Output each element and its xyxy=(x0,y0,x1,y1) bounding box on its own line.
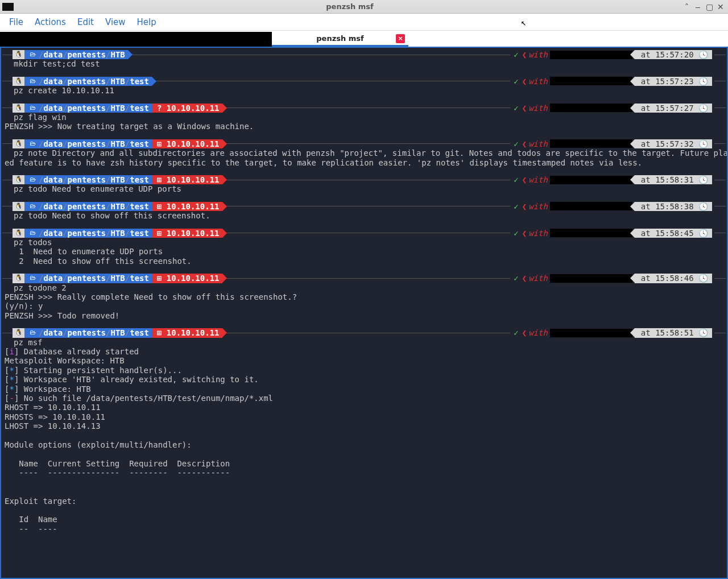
prompt-row: 🐧🗁/data/pentests/HTB/test✓❮withat 15:57:… xyxy=(2,77,726,86)
redacted-user xyxy=(550,139,632,148)
ip-segment: ⊞ 10.10.10.11 xyxy=(152,328,222,337)
path-segment: 🗁/data/pentests/HTB/test xyxy=(24,104,152,113)
with-label: with xyxy=(528,175,548,184)
command-line: pz todone 2 xyxy=(2,283,726,292)
os-segment: 🐧 xyxy=(13,229,24,238)
os-segment: 🐧 xyxy=(13,104,24,113)
command-line: mkdir test;cd test xyxy=(2,59,726,68)
output-line xyxy=(2,506,726,515)
output-line: 2 Need to show off this screenshot. xyxy=(2,257,726,266)
redacted-user xyxy=(550,77,632,85)
path-segment: 🗁/data/pentests/HTB/test xyxy=(24,77,152,86)
menu-edit[interactable]: Edit xyxy=(77,17,94,27)
redacted-user xyxy=(550,229,632,237)
os-segment: 🐧 xyxy=(13,328,24,337)
timestamp-segment: at 15:58:31 🕓 xyxy=(635,175,712,184)
caret-icon: ❮ xyxy=(522,274,527,283)
os-segment: 🐧 xyxy=(13,77,24,86)
output-line: LHOST => 10.10.14.13 xyxy=(2,421,726,431)
os-segment: 🐧 xyxy=(13,139,24,148)
path-segment: 🗁/data/pentests/HTB/test xyxy=(24,175,152,184)
status-check-icon: ✓ xyxy=(514,139,518,148)
caret-icon: ❮ xyxy=(522,202,527,211)
tab-label: penzsh msf xyxy=(316,34,363,43)
prompt-row: 🐧🗁/data/pentests/HTB/test⊞ 10.10.10.11✓❮… xyxy=(2,274,726,283)
with-label: with xyxy=(528,50,548,59)
with-label: with xyxy=(528,104,548,113)
path-segment: 🗁/data/pentests/HTB xyxy=(24,50,128,59)
prompt-row: 🐧🗁/data/pentests/HTB/test? 10.10.10.11✓❮… xyxy=(2,104,726,113)
command-line: pz note Directory and all subdirectories… xyxy=(2,148,726,158)
path-segment: 🗁/data/pentests/HTB/test xyxy=(24,202,152,211)
terminal-viewport[interactable]: 🐧🗁/data/pentests/HTB✓❮withat 15:57:20 🕓m… xyxy=(0,47,728,579)
path-segment: 🗁/data/pentests/HTB/test xyxy=(24,328,152,337)
status-check-icon: ✓ xyxy=(514,274,518,283)
tab-close-icon[interactable]: × xyxy=(396,34,405,43)
command-line: pz todo Need to enumerate UDP ports xyxy=(2,184,726,193)
status-check-icon: ✓ xyxy=(514,175,518,184)
os-segment: 🐧 xyxy=(13,202,24,211)
output-line: -- ---- xyxy=(2,524,726,533)
output-line xyxy=(2,431,726,440)
app-icon xyxy=(2,3,14,11)
output-line xyxy=(2,487,726,496)
timestamp-segment: at 15:57:20 🕓 xyxy=(635,50,712,59)
minimize-button[interactable]: – xyxy=(694,2,702,11)
ip-segment: ⊞ 10.10.10.11 xyxy=(152,229,222,238)
timestamp-segment: at 15:58:46 🕓 xyxy=(635,274,712,283)
status-check-icon: ✓ xyxy=(514,77,518,86)
os-segment: 🐧 xyxy=(13,175,24,184)
window-title: penzsh msf xyxy=(17,2,682,11)
prompt-row: 🐧🗁/data/pentests/HTB/test⊞ 10.10.10.11✓❮… xyxy=(2,229,726,238)
command-line: pz todo Need to show off this screenshot… xyxy=(2,211,726,220)
maximize-button[interactable]: ▢ xyxy=(705,2,713,11)
path-segment: 🗁/data/pentests/HTB/test xyxy=(24,274,152,283)
output-line: Name Current Setting Required Descriptio… xyxy=(2,459,726,468)
os-segment: 🐧 xyxy=(13,50,24,59)
caret-icon: ❮ xyxy=(522,175,527,184)
status-check-icon: ✓ xyxy=(514,229,518,238)
redacted-user xyxy=(550,176,632,184)
output-line: [i] Database already started xyxy=(2,347,726,356)
status-check-icon: ✓ xyxy=(514,50,518,59)
output-line: ---- --------------- -------- ----------… xyxy=(2,468,726,477)
prompt-row: 🐧🗁/data/pentests/HTB/test⊞ 10.10.10.11✓❮… xyxy=(2,175,726,184)
output-line: Id Name xyxy=(2,515,726,524)
prompt-row: 🐧🗁/data/pentests/HTB/test⊞ 10.10.10.11✓❮… xyxy=(2,328,726,337)
menu-help[interactable]: Help xyxy=(137,17,156,27)
output-line: RHOSTS => 10.10.10.11 xyxy=(2,412,726,421)
close-button[interactable]: ✕ xyxy=(717,2,725,11)
with-label: with xyxy=(528,274,548,283)
command-line: pz create 10.10.10.11 xyxy=(2,86,726,95)
menu-actions[interactable]: Actions xyxy=(35,17,66,27)
roll-up-button[interactable]: ˄ xyxy=(682,2,690,11)
caret-icon: ❮ xyxy=(522,229,527,238)
redacted-user xyxy=(550,202,632,210)
window-titlebar: penzsh msf ˄ – ▢ ✕ xyxy=(0,0,728,14)
output-line: [*] Workspace 'HTB' already existed, swi… xyxy=(2,375,726,384)
menu-file[interactable]: File xyxy=(9,17,23,27)
tab-inactive[interactable] xyxy=(0,32,272,47)
output-line: RHOST => 10.10.10.11 xyxy=(2,403,726,412)
timestamp-segment: at 15:57:23 🕓 xyxy=(635,77,712,86)
tab-active[interactable]: penzsh msf × xyxy=(272,32,408,47)
timestamp-segment: at 15:58:51 🕓 xyxy=(635,328,712,337)
with-label: with xyxy=(528,139,548,148)
with-label: with xyxy=(528,229,548,238)
output-line: PENZSH >>> Todo removed! xyxy=(2,311,726,320)
prompt-row: 🐧🗁/data/pentests/HTB✓❮withat 15:57:20 🕓 xyxy=(2,50,726,59)
path-segment: 🗁/data/pentests/HTB/test xyxy=(24,139,152,148)
command-line: pz todos xyxy=(2,238,726,247)
timestamp-segment: at 15:58:45 🕓 xyxy=(635,229,712,238)
command-line: pz flag win xyxy=(2,113,726,122)
output-line: PENZSH >>> Really complete Need to show … xyxy=(2,292,726,301)
prompt-row: 🐧🗁/data/pentests/HTB/test⊞ 10.10.10.11✓❮… xyxy=(2,139,726,148)
redacted-user xyxy=(550,104,632,112)
caret-icon: ❮ xyxy=(522,104,527,113)
caret-icon: ❮ xyxy=(522,139,527,148)
ip-segment: ? 10.10.10.11 xyxy=(152,104,222,113)
menu-view[interactable]: View xyxy=(105,17,126,27)
status-check-icon: ✓ xyxy=(514,328,518,337)
ip-segment: ⊞ 10.10.10.11 xyxy=(152,274,222,283)
timestamp-segment: at 15:57:32 🕓 xyxy=(635,139,712,148)
